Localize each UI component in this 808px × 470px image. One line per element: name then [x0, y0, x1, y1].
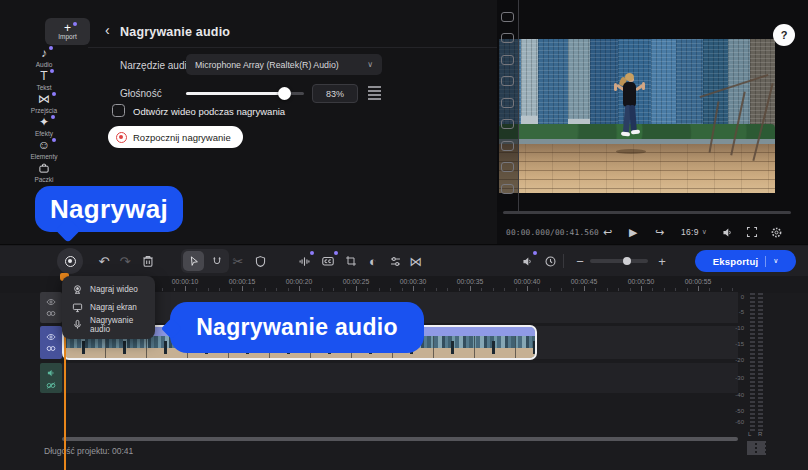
sidebar-item-label: Audio — [36, 61, 53, 68]
ruler-label: 00:00:35 — [450, 278, 490, 285]
play-during-checkbox[interactable] — [112, 104, 125, 117]
sidebar-item-label: Paczki — [34, 176, 53, 183]
redo-button[interactable]: ↷ — [113, 249, 137, 273]
transitions-tool-button[interactable]: ⋈ — [404, 249, 428, 273]
plus-icon: + — [64, 23, 71, 33]
export-button[interactable]: Eksportuj ∨ — [695, 250, 796, 272]
crop-tool-button[interactable] — [339, 249, 363, 273]
meter-db-label: -15 — [728, 341, 744, 347]
meter-db-label: -5 — [728, 309, 744, 315]
sidebar-item-elementy[interactable]: ☺ Elementy — [0, 139, 88, 160]
shield-tool-button[interactable] — [248, 249, 272, 273]
jump-forward-button[interactable]: ↪ — [655, 222, 664, 242]
record-icon — [65, 256, 76, 267]
sidebar-item-efekty[interactable]: ✦ Efekty — [0, 116, 88, 137]
badge-dot — [52, 138, 56, 142]
zoom-in-button[interactable]: + — [650, 249, 674, 273]
ruler-label: 00:00:20 — [279, 278, 319, 285]
preview-panel: ? 00:00.000/00:41.560 ↩ ▶ ↪ 16:9 ∨ — [497, 0, 808, 244]
horizontal-scrollbar[interactable] — [62, 437, 738, 441]
color-tool-button[interactable]: ◐ — [361, 249, 385, 273]
sidebar-item-import[interactable]: + Import — [45, 18, 90, 45]
zoom-slider-thumb[interactable] — [623, 257, 631, 265]
record-menu-button[interactable] — [57, 248, 83, 274]
audio-device-select[interactable]: Microphone Array (Realtek(R) Audio) ∨ — [186, 54, 382, 75]
menu-item-nagrywanie-audio[interactable]: Nagrywanie audio — [62, 316, 155, 334]
volume-slider-fill — [186, 92, 284, 95]
play-during-label: Odtwórz wideo podczas nagrywania — [133, 106, 285, 117]
delete-button[interactable] — [136, 249, 160, 273]
cursor-tool-button[interactable] — [183, 251, 204, 271]
speaker-icon — [521, 255, 534, 268]
level-meter-icon — [368, 86, 381, 100]
project-length-label: Długość projektu: 00:41 — [44, 446, 133, 456]
history-button[interactable] — [538, 249, 562, 273]
meter-db-label: -20 — [728, 357, 744, 363]
aspect-ratio-select[interactable]: 16:9 ∨ — [681, 222, 707, 242]
back-button[interactable]: ‹ — [105, 22, 110, 38]
contrast-icon: ◐ — [369, 255, 377, 268]
link-off-icon — [46, 382, 56, 389]
meter-db-label: -10 — [728, 325, 744, 331]
playback-time: 00:00.000/00:41.560 — [506, 222, 599, 242]
record-dropdown-menu: Nagraj wideo Nagraj ekran Nagrywanie aud… — [62, 276, 155, 339]
voice-tool-button[interactable] — [292, 249, 316, 273]
plus-icon: + — [658, 255, 666, 268]
meter-mini-grid — [747, 441, 766, 455]
meter-db-label: -30 — [728, 375, 744, 381]
playback-progress-bar[interactable] — [503, 211, 791, 214]
record-icon — [116, 132, 127, 143]
fullscreen-icon — [746, 226, 758, 238]
zoom-out-button[interactable]: − — [568, 249, 592, 273]
music-note-icon: ♪ — [41, 47, 47, 60]
help-button[interactable]: ? — [773, 24, 795, 46]
page-title: Nagrywanie audio — [120, 25, 230, 39]
meter-db-label: -40 — [728, 392, 744, 398]
volume-value-input[interactable]: 83% — [312, 84, 358, 103]
jump-back-icon: ↩ — [603, 226, 612, 239]
fullscreen-button[interactable] — [746, 222, 758, 242]
menu-item-nagraj-ekran[interactable]: Nagraj ekran — [62, 299, 155, 317]
track-header-audio[interactable] — [40, 363, 62, 393]
chevron-down-icon: ∨ — [702, 228, 707, 236]
video-preview[interactable] — [499, 39, 775, 193]
transition-icon: ⋈ — [410, 255, 423, 268]
transition-icon: ⋈ — [38, 93, 50, 106]
volume-slider[interactable] — [186, 92, 304, 95]
sidebar-item-audio[interactable]: ♪ Audio — [0, 47, 88, 68]
preview-settings-button[interactable] — [770, 222, 783, 242]
shield-icon — [254, 255, 267, 268]
menu-item-nagraj-wideo[interactable]: Nagraj wideo — [62, 281, 155, 299]
split-button[interactable]: ✂ — [226, 249, 250, 273]
track-header-overlay[interactable] — [40, 292, 62, 323]
timeline-zoom-slider[interactable] — [590, 259, 648, 263]
sidebar-item-paczki[interactable]: Paczki — [0, 162, 88, 183]
ruler-label: 00:00:30 — [393, 278, 433, 285]
start-recording-button[interactable]: Rozpocznij nagrywanie — [108, 126, 243, 148]
sparkle-icon: ✦ — [39, 116, 49, 129]
magnet-tool-button[interactable] — [206, 251, 227, 271]
play-icon: ▶ — [629, 226, 637, 239]
screen-icon — [72, 302, 83, 313]
top-section: + Import ♪ Audio T Tekst ⋈ Przejścia ✦ E… — [0, 0, 808, 244]
cursor-icon — [188, 255, 200, 267]
redo-icon: ↷ — [120, 255, 131, 268]
sidebar-item-tekst[interactable]: T Tekst — [0, 70, 88, 91]
chevron-down-icon: ∨ — [367, 60, 373, 69]
track-header-video-selected[interactable] — [40, 326, 62, 359]
jump-back-button[interactable]: ↩ — [603, 222, 612, 242]
meter-db-label: -50 — [728, 408, 744, 414]
play-button[interactable]: ▶ — [629, 222, 637, 242]
sidebar-item-przejscia[interactable]: ⋈ Przejścia — [0, 93, 88, 114]
mute-button[interactable] — [721, 222, 734, 242]
divider — [765, 256, 766, 267]
volume-slider-thumb[interactable] — [278, 87, 291, 100]
edit-tool-group — [181, 249, 229, 273]
subtitles-tool-button[interactable] — [316, 249, 340, 273]
sliders-icon — [389, 255, 402, 268]
badge-dot — [49, 46, 53, 50]
audio-tool-button[interactable] — [515, 249, 539, 273]
device-label: Narzędzie audio — [120, 60, 192, 71]
clock-icon — [544, 255, 557, 268]
ruler-label: 00:00:10 — [165, 278, 205, 285]
